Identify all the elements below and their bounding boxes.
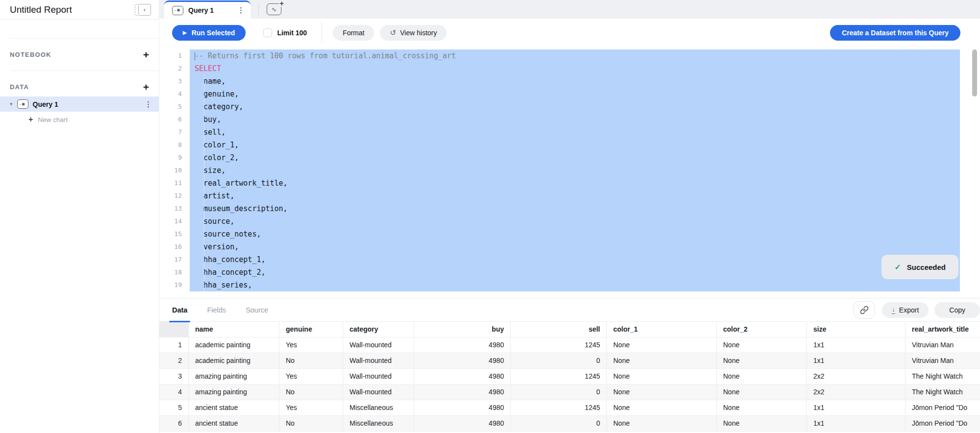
table-cell[interactable]: 1x1 [807,337,905,353]
row-number-cell[interactable]: 4 [159,385,189,400]
table-cell[interactable]: 2x2 [807,385,905,400]
code-line[interactable]: 3 name, [159,75,980,88]
export-button[interactable]: ↓ Export [882,302,929,318]
row-number-header[interactable] [159,322,189,337]
table-cell[interactable]: 4980 [414,337,511,353]
column-header[interactable]: buy [414,322,511,337]
table-cell[interactable]: Miscellaneous [343,400,414,415]
table-cell[interactable]: 4980 [414,385,511,400]
tab-fields[interactable]: Fields [207,298,226,322]
table-cell[interactable]: 4980 [414,416,511,431]
editor-scrollbar-thumb[interactable] [972,49,977,96]
table-cell[interactable]: Wall-mounted [343,353,414,368]
table-cell[interactable]: No [279,416,343,431]
table-row[interactable]: 6ancient statueNoMiscellaneous49800NoneN… [159,416,980,432]
table-row[interactable]: 4amazing paintingNoWall-mounted49800None… [159,385,980,400]
table-row[interactable]: 5ancient statueYesMiscellaneous49801245N… [159,400,980,416]
table-cell[interactable]: None [607,385,717,400]
table-cell[interactable]: The Night Watch [905,385,980,400]
table-cell[interactable]: None [717,400,807,415]
table-cell[interactable]: 1245 [511,400,607,415]
table-cell[interactable]: 0 [511,353,607,368]
view-history-button[interactable]: ↺ View history [380,25,447,41]
tab-query-1[interactable]: -✱ Query 1 ⋮ [164,0,251,19]
table-cell[interactable]: None [607,400,717,415]
code-line[interactable]: 15 source_notes, [159,228,980,241]
row-number-cell[interactable]: 2 [159,353,189,368]
table-cell[interactable]: Yes [279,400,343,415]
sql-editor[interactable]: 1-- Returns first 100 rows from tutorial… [159,47,980,298]
table-cell[interactable]: Wall-mounted [343,369,414,384]
table-cell[interactable]: 0 [511,385,607,400]
code-line[interactable]: 1-- Returns first 100 rows from tutorial… [159,49,980,62]
table-cell[interactable]: None [717,337,807,353]
run-selected-button[interactable]: ▶ Run Selected [172,25,246,41]
table-cell[interactable]: Yes [279,369,343,384]
new-chart-tab-button[interactable]: ∿ + [267,3,281,15]
table-row[interactable]: 2academic paintingNoWall-mounted49800Non… [159,353,980,369]
table-cell[interactable]: Jōmon Period "Do [905,416,980,431]
table-cell[interactable]: 1x1 [807,400,905,415]
column-header[interactable]: size [807,322,905,337]
column-header[interactable]: genuine [279,322,343,337]
table-cell[interactable]: None [607,416,717,431]
table-cell[interactable]: Yes [279,337,343,353]
table-cell[interactable]: No [279,385,343,400]
table-cell[interactable]: 4980 [414,400,511,415]
table-cell[interactable]: 1245 [511,337,607,353]
table-cell[interactable]: 0 [511,416,607,431]
table-row[interactable]: 1academic paintingYesWall-mounted4980124… [159,337,980,353]
code-line[interactable]: 14 source, [159,215,980,228]
tab-data[interactable]: Data [172,298,187,322]
report-title[interactable]: Untitled Report [10,4,72,15]
add-notebook-cell-button[interactable]: + [143,49,149,60]
table-row[interactable]: 3amazing paintingYesWall-mounted49801245… [159,369,980,385]
table-cell[interactable]: 4980 [414,369,511,384]
column-header[interactable]: color_2 [717,322,807,337]
copy-button[interactable]: Copy [934,302,980,318]
code-line[interactable]: 6 buy, [159,113,980,126]
table-cell[interactable]: 4980 [414,353,511,368]
table-cell[interactable]: None [717,385,807,400]
column-header[interactable]: name [189,322,279,337]
row-number-cell[interactable]: 6 [159,416,189,431]
table-cell[interactable]: Vitruvian Man [905,353,980,368]
code-line[interactable]: 10 size, [159,164,980,177]
table-cell[interactable]: Jōmon Period "Do [905,400,980,415]
limit-checkbox[interactable] [263,28,272,37]
table-cell[interactable]: No [279,353,343,368]
table-cell[interactable]: ancient statue [189,416,279,431]
chevron-down-icon[interactable]: ▾ [10,101,13,107]
limit-100-checkbox-group[interactable]: Limit 100 [263,28,307,37]
table-cell[interactable]: None [607,369,717,384]
table-cell[interactable]: academic painting [189,337,279,353]
create-dataset-button[interactable]: Create a Dataset from this Query [830,25,960,41]
format-button[interactable]: Format [333,25,374,41]
table-cell[interactable]: academic painting [189,353,279,368]
code-line[interactable]: 16 version, [159,241,980,253]
code-line[interactable]: 9 color_2, [159,151,980,164]
table-cell[interactable]: None [607,353,717,368]
code-line[interactable]: 2SELECT [159,62,980,75]
table-cell[interactable]: amazing painting [189,369,279,384]
table-cell[interactable]: None [717,369,807,384]
column-header[interactable]: color_1 [607,322,717,337]
column-header[interactable]: real_artwork_title [905,322,980,337]
code-line[interactable]: 18 hha_concept_2, [159,266,980,279]
table-cell[interactable]: None [717,353,807,368]
row-number-cell[interactable]: 5 [159,400,189,415]
code-line[interactable]: 7 sell, [159,126,980,139]
new-chart-button[interactable]: + New chart [0,112,159,127]
row-number-cell[interactable]: 3 [159,369,189,384]
table-cell[interactable]: Vitruvian Man [905,337,980,353]
row-number-cell[interactable]: 1 [159,337,189,353]
code-line[interactable]: 19 hha_series, [159,279,980,291]
column-header[interactable]: category [343,322,414,337]
tab-kebab-menu-icon[interactable]: ⋮ [237,6,245,15]
table-cell[interactable]: Wall-mounted [343,337,414,353]
table-cell[interactable]: 1245 [511,369,607,384]
code-line[interactable]: 8 color_1, [159,139,980,151]
table-cell[interactable]: The Night Watch [905,369,980,384]
code-line[interactable]: 13 museum_description, [159,202,980,215]
code-line[interactable]: 4 genuine, [159,88,980,100]
